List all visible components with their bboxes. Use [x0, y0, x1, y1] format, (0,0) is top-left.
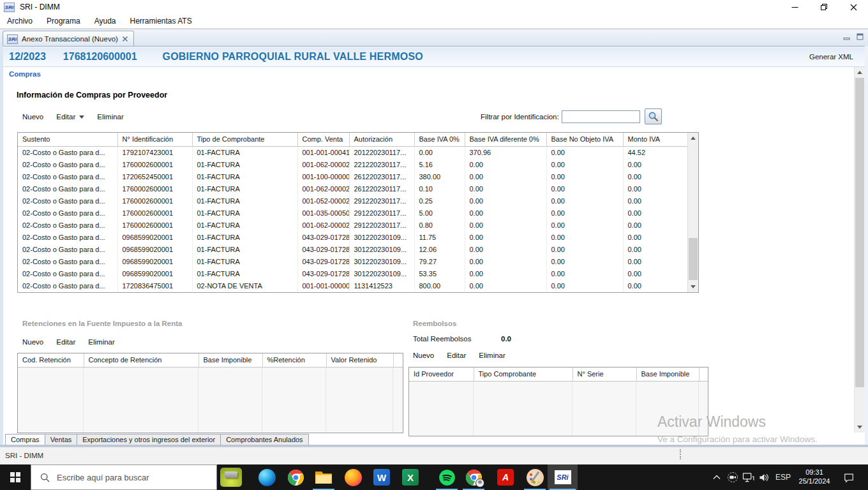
main-scrollbar[interactable]: [854, 67, 865, 433]
tab-close-icon[interactable]: [122, 36, 128, 42]
start-button[interactable]: [0, 464, 31, 490]
reembolsos-editar-button[interactable]: Editar: [447, 352, 466, 359]
menu-ayuda[interactable]: Ayuda: [87, 17, 123, 26]
firefox-button[interactable]: [340, 464, 366, 490]
sri-dimm-button[interactable]: SRi: [548, 464, 578, 490]
bottom-tab-exportaciones[interactable]: Exportaciones y otros ingresos del exter…: [77, 434, 221, 445]
scroll-thumb[interactable]: [689, 238, 698, 280]
compras-editar-button[interactable]: Editar: [56, 113, 84, 121]
compras-nuevo-button[interactable]: Nuevo: [22, 113, 43, 121]
column-header[interactable]: Tipo Comprobante: [474, 368, 572, 381]
network-button[interactable]: [740, 464, 756, 490]
table-cell: 0.25: [414, 195, 465, 207]
compras-table-scrollbar[interactable]: [687, 133, 698, 292]
close-button[interactable]: [839, 0, 868, 14]
column-header[interactable]: Tipo de Comprobante: [192, 133, 297, 146]
table-row[interactable]: 02-Costo o Gasto para d...09685990200010…: [18, 231, 689, 243]
table-cell: 0.00: [465, 170, 546, 182]
retenciones-nuevo-button[interactable]: Nuevo: [22, 338, 43, 346]
chevron-up-icon: [713, 475, 721, 480]
table-cell: 11.75: [414, 231, 465, 243]
table-cell: 001-052-00002...: [297, 195, 349, 207]
table-cell: 02-Costo o Gasto para d...: [18, 231, 117, 243]
generar-xml-button[interactable]: Generar XML: [809, 53, 853, 61]
table-cell: 0.00: [546, 207, 623, 219]
column-header[interactable]: Base Imponible: [198, 353, 262, 367]
paint-button[interactable]: [522, 464, 548, 490]
taskbar-search-input[interactable]: [57, 473, 197, 482]
table-row[interactable]: 02-Costo o Gasto para d...09685990200010…: [18, 267, 689, 279]
tray-expand-button[interactable]: [710, 464, 724, 490]
table-row[interactable]: 02-Costo o Gasto para d...17600026000010…: [18, 219, 689, 231]
table-row[interactable]: 02-Costo o Gasto para d...09685990200010…: [18, 243, 689, 255]
scroll-down-arrow[interactable]: [688, 281, 698, 292]
table-cell: 261220230117...: [349, 182, 414, 195]
menu-programa[interactable]: Programa: [40, 17, 87, 26]
table-row[interactable]: 02-Costo o Gasto para d...17600026000010…: [18, 182, 689, 195]
word-button[interactable]: W: [369, 464, 394, 490]
chrome-profile-button[interactable]: [461, 464, 486, 490]
restore-button[interactable]: [809, 0, 839, 14]
column-header[interactable]: Base IVA diferente 0%: [465, 133, 546, 146]
action-center-button[interactable]: [840, 464, 858, 490]
filter-input[interactable]: [562, 110, 640, 123]
column-header[interactable]: Autorización: [349, 133, 414, 146]
view-minimize-button[interactable]: [842, 33, 851, 41]
column-header[interactable]: Cod. Retención: [18, 353, 84, 367]
editar-dropdown-icon[interactable]: [79, 115, 84, 119]
reembolsos-eliminar-button[interactable]: Eliminar: [479, 352, 505, 359]
tab-anexo-transaccional[interactable]: SRi Anexo Transaccional (Nuevo): [3, 31, 134, 47]
table-row[interactable]: 02-Costo o Gasto para d...17921074230010…: [18, 146, 689, 158]
view-maximize-button[interactable]: [856, 33, 864, 41]
retenciones-editar-button[interactable]: Editar: [56, 338, 75, 346]
table-row[interactable]: 02-Costo o Gasto para d...17206524500010…: [18, 170, 689, 182]
acrobat-button[interactable]: A: [493, 464, 518, 490]
bottom-tab-ventas[interactable]: Ventas: [45, 434, 78, 445]
volume-button[interactable]: [756, 464, 772, 490]
column-header[interactable]: Base Imponible: [636, 368, 699, 381]
edge-button[interactable]: [254, 464, 280, 490]
column-header[interactable]: Base No Objeto IVA: [546, 133, 623, 146]
chrome-button[interactable]: [283, 464, 308, 490]
pinned-app-button[interactable]: [218, 464, 244, 490]
table-row[interactable]: 02-Costo o Gasto para d...17208364750010…: [18, 279, 689, 292]
scroll-up-arrow[interactable]: [855, 67, 865, 78]
language-indicator[interactable]: ESP: [774, 464, 793, 490]
scroll-thumb[interactable]: [855, 78, 864, 387]
spotify-button[interactable]: [434, 464, 460, 490]
column-header[interactable]: Concepto de Retención: [84, 353, 198, 367]
clock[interactable]: 09:31 25/1/2024: [793, 464, 835, 490]
table-row[interactable]: 02-Costo o Gasto para d...17600026000010…: [18, 207, 689, 219]
column-header[interactable]: N° Identificación: [117, 133, 192, 146]
scroll-up-arrow[interactable]: [688, 133, 698, 144]
compras-eliminar-button[interactable]: Eliminar: [97, 113, 124, 121]
bottom-tab-comprobantes-anulados[interactable]: Comprobantes Anulados: [221, 434, 308, 445]
eliminar-label: Eliminar: [97, 113, 124, 121]
table-cell: 01-FACTURA: [192, 207, 297, 219]
column-header: [393, 353, 403, 367]
filter-search-button[interactable]: [645, 108, 662, 124]
minimize-button[interactable]: [780, 0, 809, 14]
retenciones-eliminar-button[interactable]: Eliminar: [88, 338, 115, 346]
file-explorer-button[interactable]: [311, 464, 336, 490]
scroll-down-arrow[interactable]: [855, 422, 865, 433]
bottom-tab-compras[interactable]: Compras: [6, 434, 45, 445]
column-header[interactable]: Base IVA 0%: [414, 133, 465, 146]
table-row[interactable]: 02-Costo o Gasto para d...09685990200010…: [18, 255, 689, 267]
meet-now-button[interactable]: [726, 464, 740, 490]
column-header[interactable]: Sustento: [18, 133, 117, 146]
taskbar-search[interactable]: [31, 464, 217, 490]
column-header[interactable]: Id Proveedor: [409, 368, 474, 381]
menu-archivo[interactable]: Archivo: [0, 17, 40, 26]
menu-herramientas-ats[interactable]: Herramientas ATS: [123, 17, 199, 26]
app-icon: SRi: [4, 3, 15, 12]
column-header[interactable]: Comp. Venta: [297, 133, 349, 146]
column-header[interactable]: %Retención: [262, 353, 326, 367]
column-header[interactable]: Monto IVA: [623, 133, 689, 146]
table-row[interactable]: 02-Costo o Gasto para d...17600026000010…: [18, 158, 689, 170]
excel-button[interactable]: X: [398, 464, 423, 490]
table-row[interactable]: 02-Costo o Gasto para d...17600026000010…: [18, 195, 689, 207]
column-header[interactable]: Valor Retenido: [326, 353, 393, 367]
column-header[interactable]: N° Serie: [572, 368, 636, 381]
reembolsos-nuevo-button[interactable]: Nuevo: [413, 352, 434, 359]
